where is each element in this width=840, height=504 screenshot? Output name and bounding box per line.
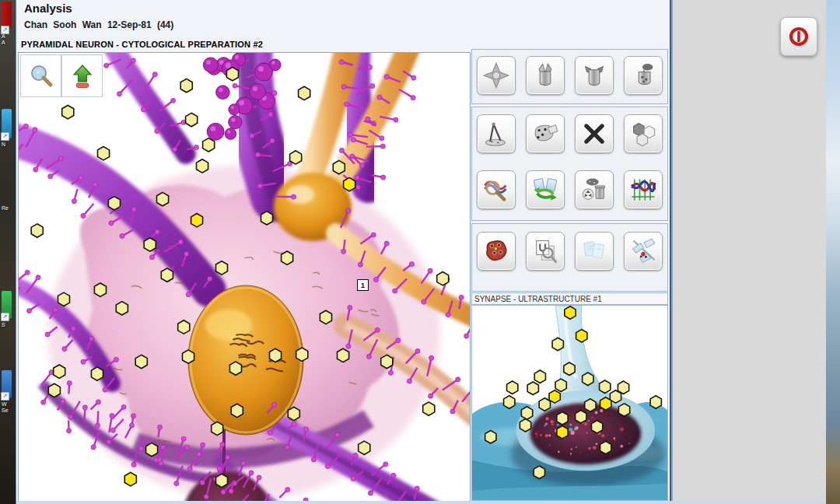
cell-marker[interactable]: [333, 160, 345, 173]
cell-marker[interactable]: [521, 407, 532, 419]
cell-marker[interactable]: [261, 212, 273, 225]
cell-marker[interactable]: [180, 79, 192, 92]
cell-marker[interactable]: [48, 383, 60, 397]
cell-marker[interactable]: [191, 214, 203, 227]
cell-marker[interactable]: [98, 147, 110, 160]
cell-marker[interactable]: [338, 348, 349, 362]
cell-marker[interactable]: [650, 396, 661, 408]
cell-marker[interactable]: [282, 251, 293, 264]
cell-marker[interactable]: [124, 472, 136, 486]
cell-marker[interactable]: [437, 272, 449, 285]
cell-marker[interactable]: [229, 362, 241, 375]
cell-marker[interactable]: [203, 138, 215, 152]
cell-marker[interactable]: [231, 404, 243, 417]
tool-signal-chart-button[interactable]: [624, 170, 663, 209]
cell-marker[interactable]: [216, 474, 228, 487]
cell-marker[interactable]: [270, 348, 282, 362]
cell-marker[interactable]: [62, 106, 74, 119]
cell-marker[interactable]: [178, 320, 190, 334]
desktop-icon-red[interactable]: [2, 2, 12, 28]
cell-marker[interactable]: [212, 422, 223, 435]
sync-records-icon: [531, 176, 559, 204]
cell-marker[interactable]: [576, 411, 586, 423]
tool-export-3d-button[interactable]: [624, 232, 663, 271]
cell-marker[interactable]: [157, 192, 169, 205]
power-button[interactable]: [780, 17, 817, 56]
cell-marker[interactable]: [555, 379, 566, 391]
cell-marker[interactable]: [320, 310, 331, 324]
cell-marker[interactable]: [290, 151, 302, 164]
cell-marker[interactable]: [91, 367, 103, 380]
tool-sync-records-button[interactable]: [526, 170, 565, 209]
cell-marker[interactable]: [359, 441, 370, 454]
analysis-window: Analysis Chan Sooh Wan 12-Sep-81 (44) PY…: [16, 0, 826, 504]
cell-marker[interactable]: [600, 441, 611, 453]
cell-marker[interactable]: [534, 370, 545, 383]
cell-marker[interactable]: [485, 431, 496, 443]
tool-inspect-document-button[interactable]: [526, 232, 565, 271]
tool-group-2: [471, 107, 668, 221]
cell-marker[interactable]: [144, 238, 156, 251]
cell-marker[interactable]: [552, 338, 563, 350]
cell-marker[interactable]: [94, 283, 106, 296]
tool-container-open-button[interactable]: [526, 56, 565, 95]
cell-marker[interactable]: [423, 402, 435, 415]
tool-container-closed-button[interactable]: [575, 56, 614, 95]
cell-marker[interactable]: [534, 466, 544, 478]
cell-marker[interactable]: [116, 302, 128, 315]
cell-marker[interactable]: [216, 261, 228, 275]
cell-marker[interactable]: [539, 398, 550, 411]
cell-marker[interactable]: [288, 407, 299, 420]
inspect-document-icon: [531, 237, 559, 265]
signal-chart-icon: [629, 176, 657, 204]
tool-caliper-button[interactable]: [477, 114, 516, 153]
notes-icon: [580, 237, 608, 265]
neuron-image-canvas[interactable]: 1: [18, 52, 471, 502]
cell-marker[interactable]: [58, 292, 70, 306]
cell-marker[interactable]: [585, 399, 596, 411]
cell-marker[interactable]: [557, 412, 568, 425]
tool-hexagon-markers-button[interactable]: [624, 114, 663, 153]
cell-marker[interactable]: [618, 404, 629, 416]
cell-marker[interactable]: [31, 224, 43, 237]
cell-marker[interactable]: [226, 67, 238, 80]
tool-delete-button[interactable]: [575, 114, 614, 153]
cell-marker[interactable]: [564, 362, 575, 375]
cell-marker[interactable]: [591, 421, 602, 433]
cell-marker[interactable]: [54, 365, 65, 378]
tool-fill-specimen-button[interactable]: [624, 56, 663, 95]
reference-label[interactable]: 1: [357, 279, 369, 291]
synapse-image-canvas[interactable]: [471, 305, 668, 501]
cell-marker[interactable]: [344, 177, 355, 191]
tool-notes-button[interactable]: [575, 232, 614, 271]
cell-marker[interactable]: [161, 268, 173, 282]
tool-orientation-button[interactable]: [477, 56, 516, 95]
cell-marker[interactable]: [146, 443, 158, 456]
cell-marker[interactable]: [507, 381, 518, 394]
cell-marker[interactable]: [576, 330, 587, 342]
cell-marker[interactable]: [504, 396, 515, 408]
upload-button[interactable]: [61, 54, 103, 97]
cell-marker[interactable]: [520, 419, 530, 432]
cell-marker[interactable]: [565, 306, 576, 319]
cell-marker[interactable]: [557, 426, 568, 439]
caliper-icon: [482, 120, 510, 148]
cell-marker[interactable]: [135, 355, 147, 368]
cell-marker[interactable]: [600, 380, 611, 393]
cell-marker[interactable]: [183, 350, 194, 363]
cell-marker[interactable]: [381, 355, 393, 368]
tool-recycle-button[interactable]: [575, 170, 614, 209]
tool-search-signal-button[interactable]: [477, 170, 516, 209]
cell-marker[interactable]: [108, 197, 120, 210]
cell-marker[interactable]: [527, 382, 538, 394]
cell-marker[interactable]: [600, 397, 611, 410]
cell-marker[interactable]: [186, 113, 198, 126]
cell-marker[interactable]: [197, 159, 208, 173]
cell-marker[interactable]: [296, 348, 308, 361]
delete-x-icon: [580, 120, 608, 148]
tool-tissue-sample-button[interactable]: [477, 232, 516, 271]
cell-marker[interactable]: [583, 373, 593, 385]
cell-marker[interactable]: [299, 86, 310, 100]
tool-mark-sample-button[interactable]: [526, 114, 565, 153]
zoom-button[interactable]: [20, 54, 61, 97]
